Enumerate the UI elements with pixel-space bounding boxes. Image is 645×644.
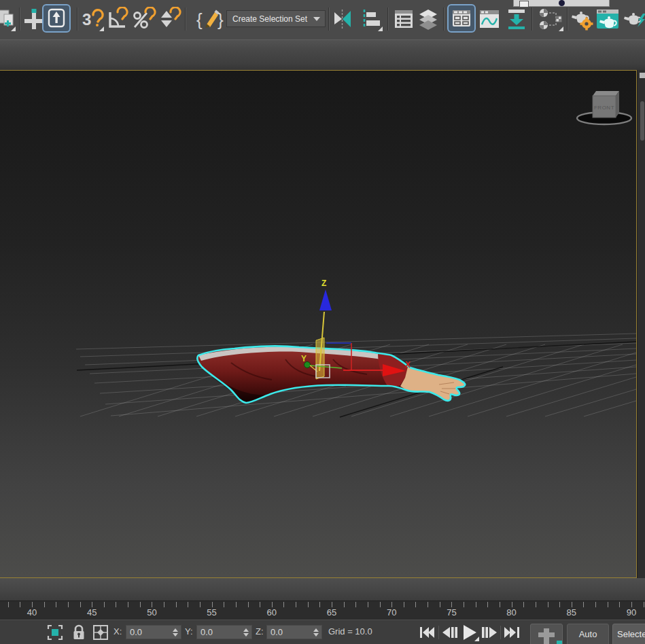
- render-production-icon: [621, 7, 645, 31]
- spinner-down-icon: [173, 633, 178, 637]
- rendered-frame-window-button[interactable]: [595, 6, 620, 32]
- y-coordinate-input[interactable]: [197, 626, 243, 639]
- next-frame-button[interactable]: [480, 623, 499, 642]
- angle-snap-icon: [107, 7, 130, 31]
- time-slider-track[interactable]: [0, 578, 645, 601]
- frame-label: 70: [387, 607, 396, 618]
- gizmo-z-arrow: [319, 289, 332, 310]
- keyboard-shortcut-override-toggle[interactable]: [42, 4, 71, 33]
- mirror-button[interactable]: [330, 6, 355, 32]
- previous-frame-button[interactable]: [440, 623, 459, 642]
- command-panel-partial-icon: [640, 73, 645, 78]
- rendered-frame-window-icon: [595, 7, 620, 31]
- align-button[interactable]: [359, 6, 383, 32]
- toolbar-separator: [443, 7, 444, 31]
- command-panel-scrollbar[interactable]: [640, 101, 644, 141]
- render-production-button[interactable]: [621, 6, 645, 32]
- frame-tick: [608, 602, 608, 607]
- flyout-indicator: [99, 26, 104, 31]
- frame-tick: [368, 602, 368, 607]
- schematic-view-button[interactable]: [504, 6, 529, 32]
- x-coordinate-input[interactable]: [126, 626, 172, 639]
- frame-label: 80: [506, 607, 516, 618]
- frame-tick: [619, 602, 620, 607]
- frame-tick: [319, 602, 320, 607]
- set-key-icon: [531, 624, 562, 644]
- viewport-scene: Z X Y FRONT: [0, 71, 636, 577]
- y-coordinate-field: [196, 625, 252, 639]
- frame-tick: [200, 602, 201, 607]
- frame-label: 75: [447, 607, 456, 618]
- arm-model[interactable]: [197, 346, 465, 403]
- svg-text:{: {: [196, 10, 203, 30]
- go-to-end-button[interactable]: [502, 623, 521, 642]
- frame-tick: [500, 602, 500, 607]
- frame-tick: [415, 602, 416, 607]
- frame-tick: [572, 602, 572, 607]
- go-to-start-button[interactable]: [418, 623, 437, 642]
- named-selection-sets-dropdown[interactable]: Create Selection Set: [226, 10, 326, 27]
- frame-tick: [308, 602, 309, 607]
- curve-editor-button[interactable]: [477, 6, 502, 32]
- set-key-button[interactable]: [530, 624, 563, 644]
- frame-tick: [296, 602, 296, 607]
- perspective-viewport[interactable]: Z X Y FRONT: [0, 70, 637, 578]
- y-spinner[interactable]: [241, 626, 251, 638]
- frame-tick: [224, 602, 224, 607]
- frame-tick: [56, 602, 56, 607]
- edit-named-selection-sets-button[interactable]: { }: [196, 6, 226, 32]
- auto-key-button[interactable]: Auto: [567, 624, 609, 644]
- frame-tick: [104, 602, 105, 607]
- track-bar[interactable]: 4045505560657075808590: [0, 601, 645, 620]
- clone-partial-button[interactable]: [0, 6, 16, 32]
- frame-tick: [92, 602, 92, 607]
- toggle-ribbon-button[interactable]: [447, 4, 476, 33]
- frame-label: 55: [207, 607, 216, 618]
- frame-tick: [344, 602, 345, 607]
- partial-floating-window: [513, 0, 610, 7]
- toolbar-separator: [19, 7, 20, 31]
- frame-tick: [152, 602, 152, 607]
- x-spinner[interactable]: [170, 626, 180, 638]
- render-setup-button[interactable]: [570, 6, 594, 32]
- slate-material-editor-button[interactable]: [537, 6, 564, 32]
- toggle-ribbon-icon: [451, 7, 472, 29]
- isolate-selection-icon: [46, 624, 64, 641]
- selection-set-dropdown-value: Create Selection Set: [227, 14, 313, 24]
- main-toolbar: 3: [0, 0, 645, 40]
- viewcube[interactable]: FRONT: [577, 91, 631, 124]
- ribbon-collapsed[interactable]: [0, 39, 645, 70]
- transform-type-in-icon: [92, 624, 109, 641]
- angle-snap-toggle-button[interactable]: [106, 6, 130, 32]
- frame-tick: [272, 602, 273, 607]
- frame-tick: [440, 602, 440, 607]
- percent-snap-toggle-button[interactable]: [132, 6, 156, 32]
- svg-text:3: 3: [82, 10, 91, 29]
- selection-lock-toggle[interactable]: [71, 624, 86, 644]
- frame-label: 65: [327, 607, 336, 618]
- toggle-scene-explorer-button[interactable]: [391, 6, 416, 32]
- snaps-toggle-3d-button[interactable]: 3: [80, 6, 105, 32]
- spinner-up-icon: [243, 628, 249, 632]
- frame-tick: [536, 602, 536, 607]
- toggle-layer-explorer-button[interactable]: [416, 6, 440, 32]
- z-coordinate-input[interactable]: [267, 626, 313, 639]
- frame-label: 50: [147, 607, 156, 618]
- frame-tick: [644, 602, 644, 607]
- spinner-snap-toggle-button[interactable]: [158, 6, 182, 32]
- schematic-view-icon: [505, 7, 528, 31]
- absolute-mode-transform-type-in[interactable]: [92, 624, 109, 643]
- frame-tick: [140, 602, 141, 607]
- frame-tick: [631, 602, 632, 607]
- frame-tick: [80, 602, 81, 607]
- selection-filter-dropdown[interactable]: Selected: [612, 624, 645, 644]
- spinner-up-icon: [173, 628, 178, 632]
- isolate-selection-toggle[interactable]: [46, 624, 64, 644]
- toolbar-separator: [567, 7, 568, 31]
- play-animation-button[interactable]: [459, 623, 480, 642]
- spinner-down-icon: [313, 633, 319, 637]
- z-spinner[interactable]: [311, 626, 321, 638]
- command-panel-edge[interactable]: [637, 70, 645, 578]
- frame-tick: [355, 602, 356, 607]
- frame-tick: [559, 602, 560, 607]
